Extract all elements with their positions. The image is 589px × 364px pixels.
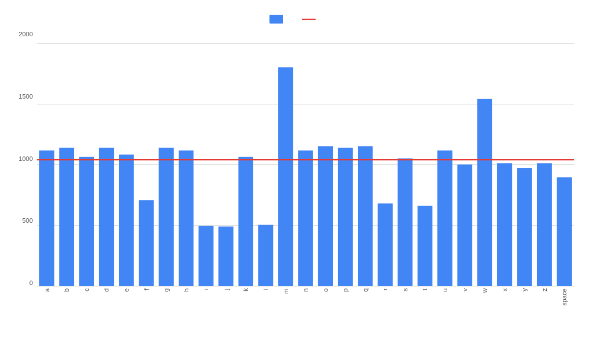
chart-area: 0500100015002000 abcdefghijklmnopqrstuvw… [10,31,579,306]
bar-rect [218,227,233,286]
x-label-container: k [236,286,256,306]
legend-bar-icon [269,15,283,24]
bar-rect [99,148,114,286]
x-axis-label: r [381,288,389,306]
x-axis-label: l [262,288,269,306]
x-axis-label: y [521,288,528,306]
x-label-container: u [435,286,455,306]
plot-area [37,31,574,286]
x-label-container: o [316,286,336,306]
x-label-container: m [276,286,296,306]
bar-rect [59,148,74,286]
x-label-container: z [535,286,555,306]
bar-rect [278,67,293,286]
x-label-container: b [57,286,77,306]
x-axis-label: w [481,288,488,306]
legend-bar-item [269,15,287,24]
bar-rect [398,158,412,286]
x-label-container: w [475,286,495,306]
x-axis-label: c [83,288,90,306]
x-label-container: space [555,286,575,306]
x-label-container: e [116,286,136,306]
x-axis-label: k [242,288,249,306]
x-axis: abcdefghijklmnopqrstuvwxyzspace [37,286,574,306]
x-label-container: n [295,286,316,306]
x-axis-label: space [561,288,568,306]
y-axis-label: 1500 [19,93,33,100]
bar-rect [378,204,393,286]
x-label-container: y [515,286,535,306]
bar-rect [557,177,572,286]
bar-rect [358,146,373,286]
bar-rect [39,151,54,286]
x-label-container: c [77,286,97,306]
x-label-container: j [216,286,236,306]
bar-rect [199,226,214,286]
legend [10,15,579,24]
x-label-container: h [176,286,196,306]
y-axis-label: 0 [29,280,33,286]
x-label-container: i [196,286,216,306]
x-label-container: f [136,286,157,306]
bar-rect [239,157,253,286]
bar-rect [338,148,352,286]
x-axis-label: j [222,288,230,306]
x-label-container: l [256,286,276,306]
bar-rect [298,151,313,286]
y-axis-label: 1000 [19,156,33,162]
x-label-container: t [415,286,435,306]
chart-container: 0500100015002000 abcdefghijklmnopqrstuvw… [0,0,589,364]
bar-rect [159,148,173,286]
x-axis-label: a [43,288,51,306]
x-axis-label: h [183,288,190,306]
bar-rect [318,146,333,286]
x-label-container: a [37,286,57,306]
bar-rect [139,200,154,286]
x-label-container: r [375,286,396,306]
x-axis-label: s [402,288,409,306]
y-axis-label: 500 [22,217,33,224]
x-axis-label: d [103,288,110,306]
x-label-container: x [495,286,515,306]
legend-line-icon [302,19,316,20]
bar-rect [258,225,273,286]
x-label-container: g [156,286,176,306]
bar-rect [179,151,193,286]
x-axis-label: i [202,288,210,306]
x-label-container: d [97,286,117,306]
x-axis-label: u [441,288,449,306]
bars-chart [37,31,574,286]
bar-rect [517,168,532,286]
bar-rect [119,155,134,286]
x-axis-label: g [162,288,170,306]
y-axis-label: 2000 [19,31,33,37]
x-label-container: s [395,286,415,306]
x-axis-label: f [143,288,150,306]
x-label-container: p [335,286,355,306]
x-axis-label: e [123,288,130,306]
x-axis-label: m [282,288,290,306]
x-axis-label: v [461,288,469,306]
bar-rect [79,157,94,286]
x-axis-label: n [302,288,309,306]
y-axis: 0500100015002000 [10,31,37,286]
bar-rect [437,151,452,286]
x-label-container: v [455,286,475,306]
bar-rect [537,163,552,286]
bar-rect [477,99,492,286]
x-axis-label: z [541,288,548,306]
x-axis-label: t [421,288,428,306]
x-label-container: q [355,286,375,306]
legend-line-item [302,19,320,20]
x-axis-label: o [322,288,329,306]
x-axis-label: p [342,288,349,306]
x-axis-label: q [362,288,369,306]
bar-rect [457,164,472,286]
bar-rect [418,206,432,286]
bar-rect [497,163,512,286]
x-axis-label: x [501,288,509,306]
x-axis-label: b [63,288,70,306]
